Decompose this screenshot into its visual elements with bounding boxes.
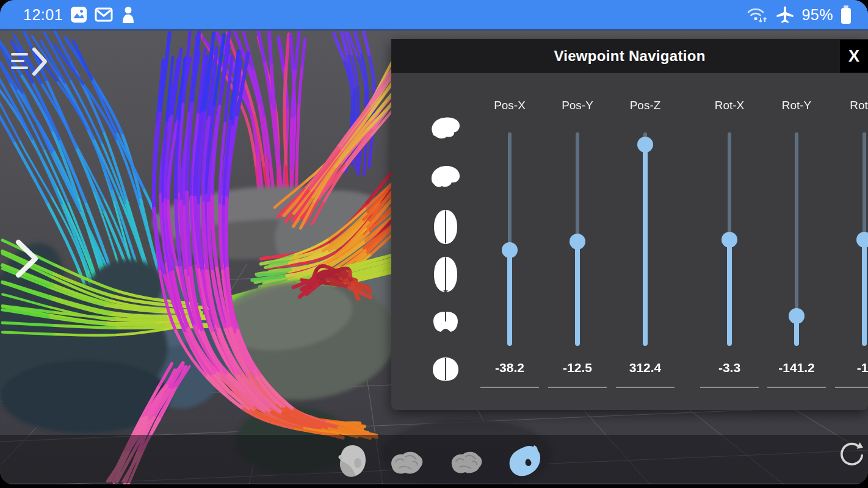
slider-value-underline bbox=[767, 387, 826, 388]
slider-value: -12.5 bbox=[547, 361, 608, 375]
slider-value-underline bbox=[700, 387, 759, 388]
slider-value: -3.3 bbox=[699, 361, 760, 375]
slider-label: Rot-Y bbox=[766, 99, 827, 112]
device-screen: 12:01 bbox=[0, 0, 868, 484]
status-bar: 12:01 bbox=[0, 0, 868, 30]
slider-rot-x: Rot-X-3.3 bbox=[699, 39, 760, 410]
brain-mesh-icon bbox=[447, 449, 484, 478]
battery-percent: 95% bbox=[801, 6, 833, 24]
axial-bottom-view-icon bbox=[431, 255, 460, 294]
slider-track-upper[interactable] bbox=[795, 132, 798, 316]
person-icon bbox=[120, 5, 137, 24]
slider-pos-y: Pos-Y-12.5 bbox=[547, 39, 608, 410]
slider-track-lower[interactable] bbox=[862, 240, 867, 346]
slider-thumb[interactable] bbox=[502, 242, 518, 258]
status-bar-left: 12:01 bbox=[23, 5, 137, 24]
status-bar-right: 95% bbox=[747, 5, 852, 24]
coronal-back-view-button[interactable] bbox=[423, 348, 468, 390]
slider-value: -141.2 bbox=[766, 361, 827, 375]
gmail-icon bbox=[95, 5, 113, 24]
slider-label: Pos-Z bbox=[615, 99, 676, 112]
slider-value: -1. bbox=[834, 361, 868, 375]
slider-value: 312.4 bbox=[615, 361, 676, 375]
slider-thumb[interactable] bbox=[856, 232, 868, 248]
slider-label: Rot-Z bbox=[834, 99, 868, 112]
chevron-right-icon bbox=[12, 237, 43, 280]
slider-thumb[interactable] bbox=[570, 234, 585, 249]
gallery-icon bbox=[70, 5, 88, 24]
slider-track-upper[interactable] bbox=[508, 132, 512, 250]
brain-mesh-icon bbox=[387, 449, 425, 478]
sagittal-right-view-button[interactable] bbox=[423, 107, 468, 148]
tract-view-icon-active bbox=[507, 444, 543, 478]
slider-value-underline bbox=[548, 387, 607, 388]
slider-pos-z: Pos-Z312.4 bbox=[615, 39, 676, 410]
slider-track-upper[interactable] bbox=[863, 132, 866, 240]
slider-track-lower[interactable] bbox=[643, 145, 648, 346]
slider-label: Rot-X bbox=[699, 99, 760, 112]
slider-thumb[interactable] bbox=[789, 308, 805, 324]
head-model-icon bbox=[335, 443, 367, 479]
slider-pos-x: Pos-X-38.2 bbox=[479, 39, 540, 410]
clock: 12:01 bbox=[23, 6, 63, 24]
collapse-menu-button[interactable] bbox=[6, 45, 46, 77]
axial-top-view-icon bbox=[431, 208, 460, 246]
menu-chevron-icon bbox=[10, 46, 50, 77]
slider-rot-z: Rot-Z-1. bbox=[834, 39, 868, 410]
model-toolbar bbox=[0, 435, 868, 483]
slider-track-lower[interactable] bbox=[575, 242, 580, 346]
slider-track-lower[interactable] bbox=[727, 240, 732, 346]
sagittal-right-view-icon bbox=[428, 113, 463, 142]
slider-thumb[interactable] bbox=[722, 232, 737, 248]
slider-value-underline bbox=[480, 387, 539, 388]
slider-label: Pos-Y bbox=[547, 99, 608, 112]
expand-panel-button[interactable] bbox=[9, 237, 39, 279]
sagittal-left-view-button[interactable] bbox=[423, 156, 468, 198]
slider-label: Pos-X bbox=[479, 99, 540, 112]
slider-track-upper[interactable] bbox=[728, 132, 731, 240]
coronal-front-view-icon bbox=[430, 309, 461, 335]
coronal-back-view-icon bbox=[430, 356, 461, 382]
viewpoint-navigation-panel: Viewpoint Navigation X Pos-X-38.2Pos-Y-1… bbox=[391, 39, 868, 410]
head-model-thumbnail[interactable] bbox=[335, 443, 367, 481]
airplane-icon bbox=[775, 5, 795, 24]
brain-mesh-thumbnail-1[interactable] bbox=[387, 449, 425, 480]
reset-view-button[interactable] bbox=[833, 438, 864, 470]
brain-mesh-thumbnail-2[interactable] bbox=[447, 449, 484, 479]
axial-top-view-button[interactable] bbox=[423, 206, 468, 248]
slider-value-underline bbox=[616, 387, 675, 388]
battery-icon bbox=[840, 5, 852, 24]
slider-track-upper[interactable] bbox=[576, 132, 579, 242]
axial-bottom-view-button[interactable] bbox=[423, 254, 468, 295]
wifi-arrows-icon bbox=[747, 5, 769, 24]
slider-rot-y: Rot-Y-141.2 bbox=[766, 39, 827, 410]
slider-value: -38.2 bbox=[479, 361, 540, 375]
slider-value-underline bbox=[835, 387, 868, 388]
slider-track-lower[interactable] bbox=[507, 250, 512, 346]
refresh-icon bbox=[836, 439, 868, 470]
coronal-front-view-button[interactable] bbox=[423, 301, 468, 343]
slider-thumb[interactable] bbox=[637, 137, 653, 152]
sagittal-left-view-icon bbox=[428, 163, 463, 191]
tractography-thumbnail[interactable] bbox=[507, 444, 543, 480]
